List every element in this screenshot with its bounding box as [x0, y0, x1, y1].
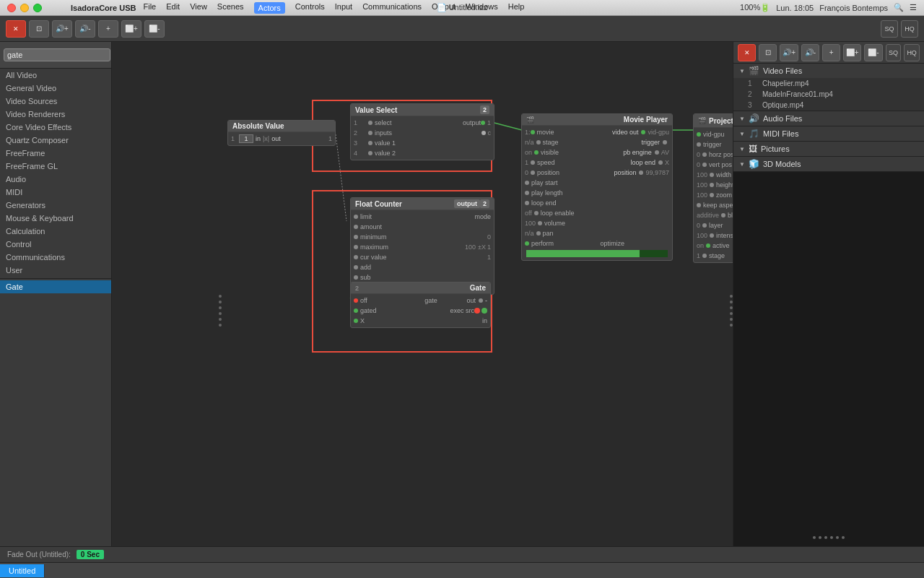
port-fc-limit: [354, 215, 358, 219]
menu-controls[interactable]: Controls: [295, 2, 325, 14]
port-proj-vert: [702, 163, 707, 167]
sidebar-item-mouse-keyboard[interactable]: Mouse & Keyboard: [0, 212, 111, 225]
search-icon[interactable]: 🔍: [894, 3, 904, 12]
file-name-3: Optique.mp4: [762, 101, 803, 109]
port-mp-loopend2: [525, 201, 529, 205]
tb-btn-4[interactable]: +: [98, 20, 118, 38]
mp-row-playlength: play length: [522, 188, 672, 198]
panel-tb6[interactable]: ⬜-: [864, 44, 882, 61]
port-mp-pos: [531, 171, 535, 175]
node-absolute-value[interactable]: Absolute Value 1 in |x| out 1: [227, 120, 336, 146]
panel-section-3d: ▼ 🧊 3D Models: [733, 157, 924, 172]
node-gate-header: 2 Gate: [351, 282, 490, 294]
sidebar-item-gate[interactable]: Gate: [0, 280, 111, 293]
sidebar-item-user[interactable]: User: [0, 264, 111, 277]
menu-icon[interactable]: ☰: [910, 3, 917, 12]
canvas-scroll-right[interactable]: [730, 295, 733, 327]
stop-button[interactable]: ✕: [6, 20, 26, 38]
sidebar-item-midi[interactable]: MIDI: [0, 186, 111, 199]
panel-tb3[interactable]: 🔊-: [801, 44, 819, 61]
menu-file[interactable]: File: [143, 2, 156, 14]
proj-row-keepaspect: keep aspect: [694, 200, 733, 210]
node-row-value1: 3 value 1: [351, 138, 494, 148]
tb-btn-6[interactable]: ⬜-: [144, 20, 165, 38]
mp-row-pan: n/a pan: [522, 228, 672, 238]
panel-tb1[interactable]: ⊡: [759, 44, 777, 61]
panel-tb4[interactable]: +: [822, 44, 840, 61]
sidebar-item-communications[interactable]: Communications: [0, 251, 111, 264]
port-mp-playlen: [525, 191, 529, 195]
scene-tab-untitled[interactable]: Untitled: [0, 564, 45, 577]
node-projector[interactable]: 🎬 Projector vid-gpu video trigger 0: [693, 113, 733, 263]
username: François Bontemps: [819, 4, 888, 12]
menu-actors[interactable]: Actors: [254, 2, 285, 14]
canvas-scroll-left[interactable]: [219, 295, 222, 327]
audio-files-header[interactable]: ▼ 🔊 Audio Files: [733, 111, 924, 126]
sidebar-item-generators[interactable]: Generators: [0, 199, 111, 212]
menu-scenes[interactable]: Scenes: [217, 2, 244, 14]
pictures-header[interactable]: ▼ 🖼 Pictures: [733, 142, 924, 156]
menu-communications[interactable]: Communications: [362, 2, 422, 14]
sq-button[interactable]: SQ: [881, 20, 898, 38]
minimize-button[interactable]: [20, 4, 29, 12]
sidebar-item-freeframe[interactable]: FreeFrame: [0, 147, 111, 160]
sidebar-item-control[interactable]: Control: [0, 238, 111, 251]
port-c-out: [481, 131, 486, 135]
tb-btn-1[interactable]: ⊡: [29, 20, 49, 38]
3d-models-header[interactable]: ▼ 🧊 3D Models: [733, 157, 924, 171]
node-value-select[interactable]: Value Select 2 1 select output 1 2 input…: [350, 103, 494, 160]
sidebar-item-freeframe-gl[interactable]: FreeFrame GL: [0, 160, 111, 173]
tb-btn-2[interactable]: 🔊+: [52, 20, 72, 38]
close-button[interactable]: [7, 4, 16, 12]
port-proj-trigger: [697, 142, 701, 147]
file-item-3[interactable]: 3 Optique.mp4: [733, 100, 924, 111]
search-input[interactable]: [4, 48, 110, 61]
panel-close-btn[interactable]: ✕: [738, 44, 756, 61]
sidebar-item-video-sources[interactable]: Video Sources: [0, 95, 111, 108]
port-fc-min: [354, 235, 358, 239]
sidebar-item-general-video[interactable]: General Video: [0, 82, 111, 95]
sidebar-item-audio[interactable]: Audio: [0, 173, 111, 186]
file-item-1[interactable]: 1 Chapelier.mp4: [733, 78, 924, 89]
panel-tb5[interactable]: ⬜+: [843, 44, 861, 61]
sidebar-item-all-video[interactable]: All Video: [0, 69, 111, 82]
port-fc-sub: [354, 275, 358, 280]
menu-edit[interactable]: Edit: [166, 2, 180, 14]
node-gate[interactable]: 2 Gate off gate out - gated exec src: [350, 282, 491, 328]
node-float-counter[interactable]: Float Counter output 2 limit mode amount…: [350, 197, 494, 295]
canvas-area[interactable]: Value Select 2 1 select output 1 2 input…: [112, 42, 733, 546]
port-mp-pan: [536, 231, 541, 236]
abs-val-row: 1 in |x| out 1: [228, 134, 335, 144]
panel-hq[interactable]: HQ: [904, 44, 920, 61]
sidebar-item-quartz[interactable]: Quartz Composer: [0, 134, 111, 147]
pictures-icon: 🖼: [749, 144, 757, 154]
hq-button[interactable]: HQ: [901, 20, 918, 38]
node-abs-body: 1 in |x| out 1: [228, 132, 335, 145]
menu-input[interactable]: Input: [335, 2, 352, 14]
file-item-2[interactable]: 2 MadeInFrance01.mp4: [733, 89, 924, 100]
midi-files-header[interactable]: ▼ 🎵 MIDI Files: [733, 126, 924, 141]
sidebar-item-video-renderers[interactable]: Video Renderers: [0, 108, 111, 121]
menu-help[interactable]: Help: [508, 2, 525, 14]
triangle-icon: ▼: [739, 161, 745, 168]
sidebar-item-core-video[interactable]: Core Video Effects: [0, 121, 111, 134]
panel-sq[interactable]: SQ: [886, 44, 902, 61]
node-movie-player[interactable]: 🎬 Movie Player 1: movie video out vid-gp…: [521, 113, 673, 261]
port-mp-posout: [639, 171, 643, 175]
maximize-button[interactable]: [33, 4, 42, 12]
file-name-1: Chapelier.mp4: [762, 79, 808, 87]
abs-input-field[interactable]: [239, 134, 253, 143]
tb-btn-3[interactable]: 🔊-: [75, 20, 95, 38]
port-gate-x: [354, 319, 358, 323]
menu-view[interactable]: View: [190, 2, 207, 14]
proj-row-horzpos: 0 horz pos: [694, 150, 733, 160]
mp-row-playstart: play start: [522, 178, 672, 188]
panel-tb2[interactable]: 🔊+: [780, 44, 798, 61]
tb-btn-5[interactable]: ⬜+: [121, 20, 141, 38]
scroll-dot: [730, 324, 733, 327]
port-mp-playstart: [525, 181, 529, 185]
port-select-in: [368, 121, 372, 125]
sidebar-item-calculation[interactable]: Calculation: [0, 225, 111, 238]
proj-row-active: on active: [694, 241, 733, 251]
video-files-header[interactable]: ▼ 🎬 Video Files: [733, 64, 924, 78]
